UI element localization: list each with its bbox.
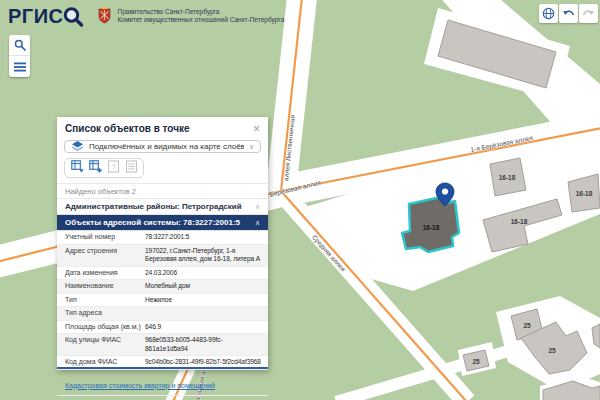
- detail-row: Код дома ФИАС 9c04b0bc-2831-49f9-82b7-5f…: [57, 356, 268, 370]
- detail-value: 78:3227:2001:5: [145, 233, 262, 242]
- detail-row: Код улицы ФИАС 968e0533-b005-4483-99fc-8…: [57, 334, 268, 356]
- table-add-icon: [89, 160, 102, 173]
- close-icon[interactable]: ×: [253, 124, 260, 134]
- building-label: 16-18: [511, 218, 528, 225]
- detail-label: Код улицы ФИАС: [65, 336, 145, 353]
- detail-row: Площадь общая (кв.м.) 646.9: [57, 321, 268, 335]
- detail-row: Адрес строения 197022, г.Санкт-Петербург…: [57, 245, 268, 267]
- magnifier-logo-icon: [62, 6, 84, 28]
- list-frame-icon: [125, 160, 138, 173]
- detail-row: Наименование Молебный дом: [57, 280, 268, 294]
- undo-button[interactable]: [559, 4, 578, 23]
- cadastral-value-link[interactable]: Кадастровая стоимость квартир и помещени…: [65, 382, 215, 389]
- detail-value: 968e0533-b005-4483-99fc-861a1e1d5a94: [145, 336, 262, 353]
- detail-label: Учетный номер: [65, 233, 145, 242]
- search-icon: [14, 39, 26, 51]
- building-label: 16-18: [576, 190, 593, 197]
- layer-filter-dropdown[interactable]: Подключённых и видимых на карте слоёв ∨: [64, 140, 261, 153]
- detail-value: 9c04b0bc-2831-49f9-82b7-5f2cd4af3968: [145, 358, 262, 367]
- app-header: РГИС Правительство Санкт-Петербурга Коми…: [8, 5, 284, 28]
- group-label: Административные районы: Петроградский: [65, 202, 242, 211]
- table-export-icon: [71, 160, 84, 173]
- map-side-toolbar: [9, 35, 30, 77]
- table-add-button[interactable]: [89, 159, 102, 177]
- detail-row: Дата изменения 24.03.2006: [57, 267, 268, 281]
- undo-arrow-icon: [562, 7, 575, 20]
- help-frame-button-disabled: ?: [107, 159, 120, 177]
- svg-text:?: ?: [111, 162, 116, 171]
- detail-value: Нежилое: [145, 296, 262, 305]
- redo-button[interactable]: [579, 4, 598, 23]
- redo-arrow-icon: [582, 7, 595, 20]
- rgis-logo: РГИС: [8, 5, 64, 27]
- found-count: Найдено объектов 2: [57, 183, 268, 199]
- link-row: Кадастровая стоимость квартир и помещени…: [57, 370, 268, 396]
- building-label: 16-18: [499, 174, 516, 181]
- detail-label: Площадь общая (кв.м.): [65, 323, 145, 332]
- gov-line-1: Правительство Санкт-Петербурга: [118, 8, 285, 16]
- layers-icon: [71, 141, 84, 152]
- detail-row: Тип Нежилое: [57, 294, 268, 308]
- government-caption: Правительство Санкт-Петербурга Комитет и…: [118, 8, 285, 24]
- help-frame-icon: ?: [107, 160, 120, 173]
- detail-label: Тип адреса: [65, 309, 145, 318]
- object-list-panel: Список объектов в точке × Подключённых и…: [57, 117, 268, 370]
- detail-value: 646.9: [145, 323, 262, 332]
- panel-header: Список объектов в точке ×: [57, 117, 268, 138]
- building-label-selected: 16-18: [423, 224, 440, 231]
- building-label: 25: [548, 347, 555, 354]
- detail-value: 197022, г.Санкт-Петербург, 1-я Березовая…: [145, 247, 262, 264]
- detail-value: Молебный дом: [145, 282, 262, 291]
- globe-button[interactable]: [539, 4, 558, 23]
- rgis-map-app: 1-я Берёзовая аллея 1-я Берёзовая аллея …: [0, 0, 600, 400]
- detail-row: Учетный номер 78:3227:2001:5: [57, 231, 268, 245]
- detail-label: Код дома ФИАС: [65, 358, 145, 367]
- chevron-up-icon: ∧: [255, 219, 260, 227]
- globe-icon: [542, 7, 555, 20]
- building-label: 25: [523, 322, 530, 329]
- map-menu-button[interactable]: [9, 56, 30, 77]
- panel-title: Список объектов в точке: [65, 123, 190, 134]
- list-frame-button-disabled: [125, 159, 138, 177]
- table-export-button[interactable]: [71, 159, 84, 177]
- detail-label: Адрес строения: [65, 247, 145, 264]
- group-admin-districts[interactable]: Административные районы: Петроградский ∨: [57, 199, 268, 215]
- detail-label: Тип: [65, 296, 145, 305]
- detail-value: 24.03.2006: [145, 269, 262, 278]
- detail-label: Дата изменения: [65, 269, 145, 278]
- layer-filter-value: Подключённых и видимых на карте слоёв: [89, 142, 244, 151]
- panel-toolbar: ?: [64, 158, 144, 178]
- detail-row: Тип адреса: [57, 307, 268, 321]
- group-address-objects[interactable]: Объекты адресной системы: 78:3227:2001:5…: [57, 215, 268, 231]
- building-label: 25: [472, 358, 479, 365]
- map-top-toolbar: [539, 4, 598, 23]
- chevron-down-icon: ∨: [255, 203, 260, 211]
- gov-line-2: Комитет имущественных отношений Санкт-Пе…: [118, 16, 285, 24]
- detail-value: [145, 309, 262, 318]
- detail-label: Наименование: [65, 282, 145, 291]
- chevron-down-icon: ∨: [249, 143, 254, 151]
- group-label: Объекты адресной системы: 78:3227:2001:5: [65, 218, 240, 227]
- hamburger-menu-icon: [14, 62, 26, 72]
- map-search-button[interactable]: [9, 35, 30, 56]
- spb-coat-of-arms-icon: [98, 7, 111, 24]
